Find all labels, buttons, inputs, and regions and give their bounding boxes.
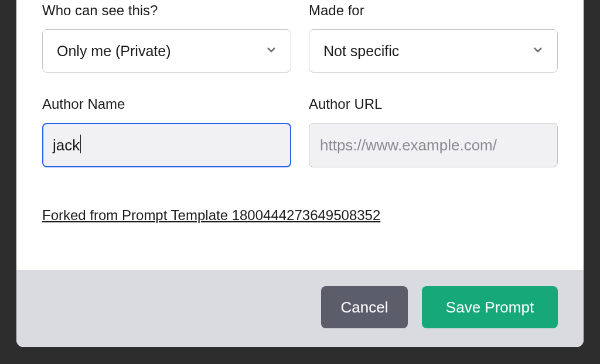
- madefor-group: Made for Not specific: [309, 2, 558, 73]
- author-name-group: Author Name jack: [42, 96, 291, 167]
- save-button[interactable]: Save Prompt: [422, 286, 558, 328]
- madefor-value: Not specific: [323, 43, 399, 60]
- visibility-select-wrapper: Only me (Private): [42, 29, 291, 73]
- text-caret: [80, 135, 81, 153]
- modal-footer: Cancel Save Prompt: [16, 270, 584, 347]
- cancel-button[interactable]: Cancel: [321, 286, 408, 328]
- author-name-value: jack: [53, 136, 80, 154]
- madefor-select-wrapper: Not specific: [309, 29, 558, 73]
- prompt-settings-modal: Who can see this? Only me (Private) Made…: [16, 0, 584, 347]
- visibility-value: Only me (Private): [57, 43, 171, 60]
- form-row-2: Author Name jack Author URL: [42, 96, 558, 167]
- author-url-input[interactable]: [309, 123, 558, 167]
- author-url-group: Author URL: [309, 96, 558, 167]
- visibility-group: Who can see this? Only me (Private): [42, 2, 291, 73]
- modal-body: Who can see this? Only me (Private) Made…: [16, 0, 584, 270]
- forked-from-link[interactable]: Forked from Prompt Template 180044427364…: [42, 207, 380, 224]
- author-name-input[interactable]: jack: [42, 123, 291, 167]
- visibility-label: Who can see this?: [42, 2, 291, 19]
- author-url-label: Author URL: [309, 96, 558, 112]
- madefor-select[interactable]: Not specific: [309, 29, 558, 73]
- author-name-label: Author Name: [42, 96, 291, 112]
- form-row-1: Who can see this? Only me (Private) Made…: [42, 0, 558, 73]
- visibility-select[interactable]: Only me (Private): [42, 29, 291, 73]
- madefor-label: Made for: [309, 2, 558, 19]
